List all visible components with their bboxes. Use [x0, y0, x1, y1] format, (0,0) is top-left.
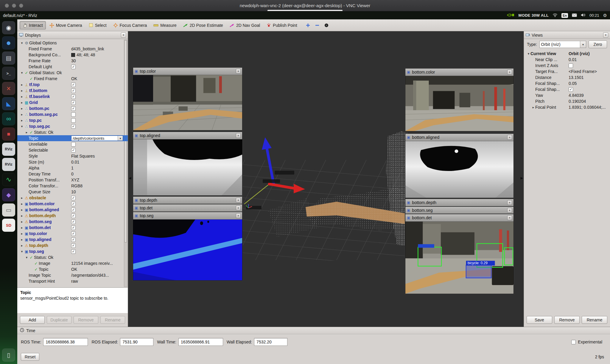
- image-panel-titlebar[interactable]: ▣top.seg×: [133, 212, 242, 220]
- settings-gear-icon[interactable]: ⚙: [603, 13, 607, 18]
- 3d-viewport[interactable]: ◂ ▸ ▣top.color×▣top.aligned×▣top.depth×▣…: [128, 31, 524, 327]
- chevron-down-icon[interactable]: ▾: [118, 136, 123, 141]
- collapse-left-icon[interactable]: ◂: [129, 175, 131, 181]
- image-panel-titlebar[interactable]: ▣bottom.seg×: [405, 207, 513, 214]
- collapse-right-icon[interactable]: ▸: [520, 175, 523, 181]
- displays-row-transport-hint[interactable]: Transport Hintraw: [17, 278, 128, 284]
- expand-arrow-icon[interactable]: ▸: [20, 89, 24, 93]
- time-field-value[interactable]: 7532.20: [254, 338, 287, 346]
- collapse-arrow-icon[interactable]: ▾: [25, 256, 29, 259]
- displays-row-bottom-seg[interactable]: ▸⚠bottom.seg✓: [17, 219, 128, 225]
- image-panel-titlebar[interactable]: ▣bottom.depth×: [405, 199, 513, 206]
- image-panel-titlebar[interactable]: ▣top.det×: [133, 204, 242, 212]
- experimental-toggle[interactable]: Experimental: [571, 340, 602, 344]
- image-panel-titlebar[interactable]: ▣top.aligned×: [133, 132, 242, 139]
- expand-arrow-icon[interactable]: ▸: [20, 101, 24, 105]
- tool-focus-camera[interactable]: Focus Camera: [110, 21, 150, 29]
- displays-row-global-status-ok[interactable]: ▾✓Global Status: Ok: [17, 70, 128, 76]
- dock-icon-chromium-browser[interactable]: ●: [2, 36, 15, 49]
- expand-arrow-icon[interactable]: ▸: [20, 119, 24, 122]
- displays-row-top-seg-pc[interactable]: ▾∴top.seg.pc✓: [17, 123, 128, 129]
- views-row-current-view[interactable]: ▾Current ViewOrbit (rviz): [524, 51, 610, 57]
- dock-icon-rviz-2[interactable]: RViz: [2, 158, 15, 171]
- expand-arrow-icon[interactable]: ▸: [20, 220, 24, 224]
- toolbar-remove-tool-button[interactable]: [314, 22, 321, 29]
- expand-arrow-icon[interactable]: ▸: [20, 208, 24, 212]
- displays-row-selectable[interactable]: Selectable✓: [17, 147, 128, 153]
- dock-icon-rviz-1[interactable]: RViz: [2, 143, 15, 156]
- checkbox[interactable]: ✓: [71, 100, 76, 105]
- collapse-arrow-icon[interactable]: ▾: [20, 71, 24, 75]
- displays-row-bottom-det[interactable]: ▸▣bottom.det✓: [17, 225, 128, 231]
- time-field-value[interactable]: 1635088866.91: [178, 338, 223, 346]
- displays-row-status-ok[interactable]: ▾✓Status: Ok: [17, 254, 128, 260]
- displays-row-tf-baselink[interactable]: ▸⊥tf.baselink✓: [17, 94, 128, 99]
- displays-row-tf-bottom[interactable]: ▸⊥tf.bottom✓: [17, 88, 128, 94]
- displays-row-top-aligned[interactable]: ▸▣top.aligned✓: [17, 237, 128, 242]
- checkbox[interactable]: ✓: [71, 231, 76, 236]
- displays-row-bottom-seg-pc[interactable]: ▸∴bottom.seg.pc: [17, 111, 128, 117]
- tool-pose-estimate[interactable]: 2D Pose Estimate: [180, 21, 226, 29]
- displays-row-bottom-depth[interactable]: ▸⚠bottom.depth✓: [17, 213, 128, 219]
- tool-select[interactable]: Select: [86, 21, 110, 29]
- displays-row-topic[interactable]: Topic/depth/color/points▾: [17, 135, 128, 141]
- close-icon[interactable]: ×: [236, 198, 241, 203]
- displays-row-bottom-aligned[interactable]: ▸▣bottom.aligned✓: [17, 207, 128, 213]
- checkbox[interactable]: ✓: [71, 106, 76, 111]
- volume-icon[interactable]: [581, 13, 586, 18]
- displays-row-image[interactable]: ✓Image12154 images receiv...: [17, 260, 128, 266]
- topic-combo[interactable]: /depth/color/points▾: [71, 136, 123, 141]
- views-row-invert-z-axis[interactable]: Invert Z Axis: [524, 63, 610, 69]
- displays-row-background-co[interactable]: Background Co...48; 48; 48: [17, 52, 128, 58]
- expand-arrow-icon[interactable]: ▸: [20, 196, 24, 200]
- dock-icon-disk-utility[interactable]: ▭: [2, 203, 15, 217]
- tool-interact[interactable]: Interact: [20, 21, 46, 29]
- image-panel-titlebar[interactable]: ▣bottom.color×: [405, 69, 513, 76]
- expand-arrow-icon[interactable]: ▸: [20, 107, 24, 111]
- displays-row-style[interactable]: StyleFlat Squares: [17, 153, 128, 159]
- collapse-arrow-icon[interactable]: ▾: [20, 41, 24, 45]
- close-icon[interactable]: ×: [507, 208, 512, 213]
- displays-row-top-seg[interactable]: ▾▣top.seg✓: [17, 248, 128, 254]
- checkbox[interactable]: ✓: [71, 243, 76, 248]
- checkbox[interactable]: ✓: [71, 83, 76, 87]
- checkbox[interactable]: ✓: [71, 225, 76, 230]
- tool-nav-goal[interactable]: 2D Nav Goal: [227, 21, 263, 29]
- collapse-arrow-icon[interactable]: ▾: [20, 250, 24, 253]
- expand-arrow-icon[interactable]: ▸: [20, 244, 24, 248]
- checkbox[interactable]: ✓: [71, 202, 76, 206]
- displays-row-fixed-frame[interactable]: ✓Fixed FrameOK: [17, 76, 128, 82]
- views-row-near-clip[interactable]: Near Clip ...0.01: [524, 57, 610, 63]
- expand-arrow-icon[interactable]: ▸: [20, 232, 24, 236]
- displays-row-image-topic[interactable]: Image Topic/segmentation/d43...: [17, 272, 128, 278]
- dock-icon-file-manager[interactable]: ▤: [2, 52, 15, 65]
- checkbox[interactable]: ✓: [71, 148, 76, 153]
- checkbox[interactable]: ✓: [71, 196, 76, 200]
- dock-icon-red-app[interactable]: ■: [2, 127, 15, 141]
- toolbar-tool-options-button[interactable]: [323, 22, 330, 29]
- checkbox[interactable]: [71, 118, 76, 123]
- toolbar-add-tool-button[interactable]: [304, 22, 312, 29]
- checkbox[interactable]: [71, 142, 76, 147]
- displays-row-global-options[interactable]: ▾⚙Global Options: [17, 40, 128, 46]
- checkbox[interactable]: [569, 63, 573, 68]
- dock-icon-system-tools[interactable]: ✕: [2, 82, 15, 95]
- window-zoom-button[interactable]: [19, 4, 23, 8]
- dock-icon-app-launcher[interactable]: ◉: [2, 21, 15, 34]
- tool-publish-point[interactable]: Publish Point: [264, 21, 300, 29]
- views-row-distance[interactable]: Distance13.1501: [524, 74, 610, 80]
- checkbox[interactable]: ✓: [71, 214, 76, 218]
- expand-arrow-icon[interactable]: ▸: [531, 105, 535, 109]
- tool-measure[interactable]: Measure: [150, 21, 179, 29]
- mail-icon[interactable]: [572, 13, 577, 18]
- displays-row-default-light[interactable]: Default Light✓: [17, 64, 128, 70]
- displays-row-unreliable[interactable]: Unreliable: [17, 141, 128, 147]
- views-row-focal-shap[interactable]: Focal Shap...0.05: [524, 80, 610, 86]
- time-field-value[interactable]: 1635088866.38: [43, 338, 88, 346]
- wifi-icon[interactable]: [553, 13, 558, 18]
- chevron-down-icon[interactable]: ▾: [580, 41, 586, 48]
- views-remove-button[interactable]: Remove: [554, 316, 580, 324]
- views-row-yaw[interactable]: Yaw4.84039: [524, 92, 610, 98]
- close-icon[interactable]: ×: [236, 206, 241, 210]
- expand-arrow-icon[interactable]: ▸: [20, 226, 24, 230]
